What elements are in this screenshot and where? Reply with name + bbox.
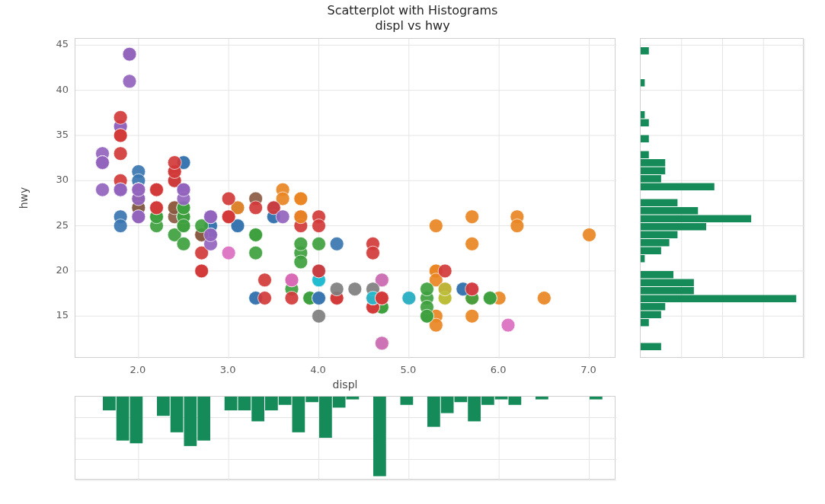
- x-hist-bar: [481, 397, 494, 405]
- x-hist-bar: [536, 397, 548, 400]
- bottom-histogram-panel: [75, 396, 616, 480]
- x-hist-bar: [157, 397, 170, 416]
- figure: Scatterplot with Histograms displ vs hwy…: [0, 0, 825, 504]
- y-hist-bar: [641, 47, 649, 55]
- x-hist-bar: [319, 397, 332, 438]
- y-hist-bar: [641, 231, 677, 239]
- y-hist-bar: [641, 183, 715, 191]
- x-hist-bar: [117, 397, 130, 441]
- x-hist-bar: [130, 397, 143, 443]
- y-hist-bar: [641, 279, 694, 287]
- x-hist-bar: [401, 397, 414, 405]
- y-hist-bar: [641, 215, 751, 223]
- x-hist-bar: [279, 397, 292, 405]
- x-hist-bar: [373, 397, 386, 477]
- x-hist-bar: [225, 397, 238, 410]
- x-hist-bar: [509, 397, 522, 405]
- y-hist-bar: [641, 152, 649, 159]
- y-hist-bar: [641, 111, 644, 119]
- y-hist-bar: [641, 136, 649, 143]
- y-hist-bar: [641, 303, 665, 311]
- y-hist-bar: [641, 120, 649, 127]
- x-hist-bar: [305, 397, 318, 402]
- y-hist-bar: [641, 167, 665, 175]
- x-hist-bar: [251, 397, 264, 421]
- x-hist-bar: [590, 397, 603, 400]
- x-hist-bar: [495, 397, 508, 400]
- x-axis-label: displ: [333, 378, 358, 391]
- x-hist-bar: [238, 397, 251, 410]
- x-hist-bar: [171, 397, 184, 432]
- y-hist-bar: [641, 319, 649, 327]
- y-hist-bar: [641, 255, 644, 263]
- y-hist-bar: [641, 295, 796, 303]
- y-hist-bar: [641, 159, 665, 167]
- y-hist-bar: [641, 239, 670, 247]
- x-hist-bar: [265, 397, 278, 410]
- y-hist-bar: [641, 247, 661, 255]
- x-hist-bar: [293, 397, 305, 432]
- x-hist-bar: [468, 397, 481, 421]
- right-histogram-panel: [640, 38, 804, 358]
- x-hist-bar: [455, 397, 468, 402]
- x-hist-bar: [427, 397, 440, 427]
- y-hist-bar: [641, 271, 673, 279]
- y-hist-bar: [641, 223, 706, 231]
- x-hist-bar: [197, 397, 210, 441]
- y-hist-bar: [641, 311, 661, 319]
- y-hist-bar: [641, 207, 698, 215]
- y-hist-bar: [641, 79, 644, 87]
- x-hist-bar: [333, 397, 346, 407]
- x-hist-bar: [441, 397, 454, 413]
- y-hist-bar: [641, 343, 661, 351]
- y-hist-bar: [641, 175, 661, 183]
- x-hist-bar: [184, 397, 197, 446]
- x-hist-bar: [103, 397, 116, 410]
- x-hist-bar: [347, 397, 360, 400]
- y-hist-bar: [641, 287, 694, 295]
- y-axis-label: hwy: [18, 187, 30, 209]
- y-hist-bar: [641, 199, 677, 207]
